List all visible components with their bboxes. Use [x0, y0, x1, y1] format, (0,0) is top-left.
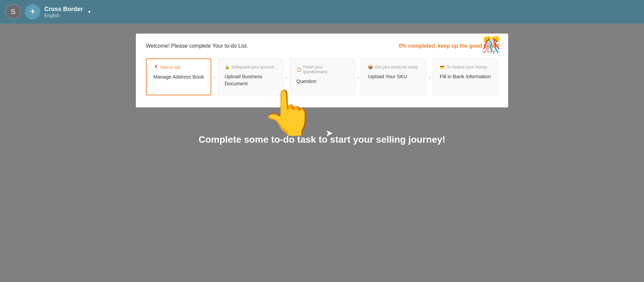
questionnaire-icon: 📋 [297, 67, 302, 72]
location-icon: 📍 [153, 65, 158, 70]
step-title-start-to-sell: Manage Address Book [153, 73, 204, 80]
header: S ✈ Cross Border English ▾ [0, 0, 644, 23]
welcome-text: Welcome! Please complete Your to-do List… [146, 43, 248, 49]
step-title-questionnaire: Question [297, 78, 317, 85]
step-title-receive-money: Fill in Bank Information [440, 73, 491, 80]
box-icon: 📦 [368, 65, 373, 69]
arrow-4: › [428, 73, 431, 81]
step-title-products-ready: Upload Your SKU [368, 73, 407, 80]
step-label-safeguard: 🔒 Safeguard your account [225, 65, 274, 69]
todo-card: Welcome! Please complete Your to-do List… [136, 34, 508, 107]
brand-info: Cross Border English [44, 6, 83, 18]
step-title-safeguard: Upload Business Document [225, 73, 276, 87]
money-icon: 💳 [440, 65, 445, 69]
step-label-products-ready: 📦 Get your products ready [368, 65, 418, 69]
step-card-receive-money[interactable]: 💳 To receive your money Fill in Bank Inf… [433, 58, 498, 95]
arrow-3: › [357, 73, 359, 81]
brand-name: Cross Border [44, 6, 83, 13]
plane-icon: ✈ [30, 7, 36, 16]
language-label: English [44, 13, 83, 18]
step-card-safeguard[interactable]: 🔒 Safeguard your account Upload Business… [218, 58, 283, 95]
mascot: 🎊 [481, 37, 501, 53]
arrow-1: › [213, 73, 216, 81]
step-card-products-ready[interactable]: 📦 Get your products ready Upload Your SK… [361, 58, 426, 95]
logo-letter: S [11, 7, 16, 16]
dropdown-arrow[interactable]: ▾ [88, 9, 91, 14]
steps-row: 📍 Start to sell Manage Address Book › 🔒 … [146, 58, 498, 95]
card-header: Welcome! Please complete Your to-do List… [146, 43, 498, 49]
main-content: Welcome! Please complete Your to-do List… [0, 23, 644, 282]
arrow-2: › [285, 73, 287, 81]
shield-icon: 🔒 [225, 65, 230, 69]
step-label-receive-money: 💳 To receive your money [440, 65, 487, 69]
plane-icon-circle[interactable]: ✈ [25, 4, 40, 19]
step-label-start-to-sell: 📍 Start to sell [153, 65, 180, 70]
bottom-cta-text: Complete some to-do task to start your s… [199, 134, 445, 145]
step-card-questionnaire[interactable]: 📋 Finish your questionnaire Question [289, 58, 355, 95]
logo-circle: S [5, 4, 21, 19]
step-card-start-to-sell[interactable]: 📍 Start to sell Manage Address Book [146, 58, 211, 95]
step-label-questionnaire: 📋 Finish your questionnaire [297, 65, 348, 74]
